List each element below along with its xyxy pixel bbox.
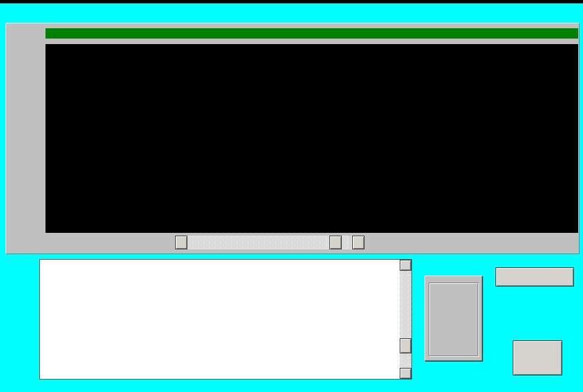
load-tiounedata-button[interactable] xyxy=(495,267,574,287)
window-top-edge xyxy=(0,0,583,3)
scroll-right-button[interactable] xyxy=(352,236,365,249)
signal-graph-svg xyxy=(45,44,578,233)
records-table xyxy=(39,259,412,380)
vertical-scroll-thumb[interactable] xyxy=(400,338,411,353)
start-header xyxy=(396,6,399,18)
recorded-by-header xyxy=(64,6,67,18)
scroll-left-button[interactable] xyxy=(175,236,187,249)
graph-horizontal-scrollbar[interactable] xyxy=(175,236,365,249)
scroll-down-button[interactable] xyxy=(400,368,411,379)
horizontal-scroll-track[interactable] xyxy=(187,236,352,249)
horizontal-scroll-thumb[interactable] xyxy=(329,236,342,249)
date-header xyxy=(248,6,251,18)
table-vertical-scrollbar[interactable] xyxy=(400,260,411,379)
signal-graph xyxy=(45,44,578,233)
scroll-up-button[interactable] xyxy=(400,260,411,271)
time-window-groupbox xyxy=(429,282,478,356)
vertical-scroll-track[interactable] xyxy=(400,271,411,368)
time-window-panel xyxy=(425,276,482,361)
table-header-row xyxy=(40,260,411,271)
graph-panel xyxy=(6,23,580,254)
ts-strip xyxy=(45,28,578,39)
quit-button[interactable] xyxy=(513,340,562,375)
